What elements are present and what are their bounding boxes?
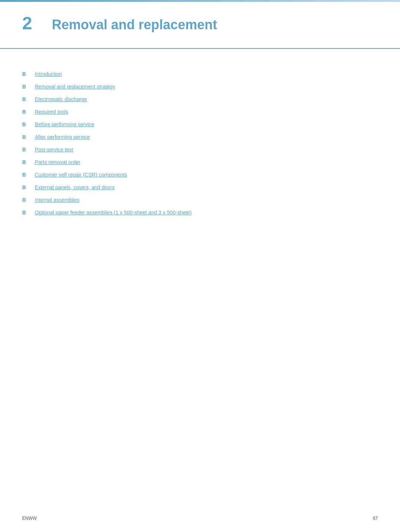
toc-bullet-2: B: [22, 84, 29, 90]
toc-link-external-panels[interactable]: External panels, covers, and doors: [35, 184, 115, 190]
toc-bullet-4: B: [22, 109, 29, 115]
chapter-title: Removal and replacement: [52, 17, 217, 33]
toc-link-optional-paper-feeder[interactable]: Optional paper feeder assemblies (1 x 50…: [35, 210, 191, 215]
list-item: B Customer self repair (CSR) components: [22, 172, 378, 178]
page-container: 2 Removal and replacement B Introduction…: [0, 0, 400, 532]
list-item: B Post-service test: [22, 147, 378, 153]
toc-list: B Introduction B Removal and replacement…: [22, 71, 378, 215]
footer-page-number: 67: [373, 516, 378, 521]
list-item: B Removal and replacement strategy: [22, 84, 378, 90]
list-item: B Internal assemblies: [22, 197, 378, 203]
toc-bullet-11: B: [22, 197, 29, 203]
toc-bullet-12: B: [22, 210, 29, 215]
toc-bullet-10: B: [22, 184, 29, 190]
toc-link-required-tools[interactable]: Required tools: [35, 109, 68, 115]
toc-link-internal-assemblies[interactable]: Internal assemblies: [35, 197, 80, 203]
toc-link-after-service[interactable]: After performing service: [35, 134, 90, 140]
toc-link-parts-removal[interactable]: Parts removal order: [35, 159, 80, 165]
footer: ENWW 67: [22, 516, 378, 521]
chapter-header: 2 Removal and replacement: [22, 13, 378, 33]
toc-bullet-3: B: [22, 96, 29, 102]
list-item: B After performing service: [22, 134, 378, 140]
toc-link-post-service-test[interactable]: Post-service test: [35, 147, 73, 153]
toc-bullet-6: B: [22, 134, 29, 140]
list-item: B Electrostatic discharge: [22, 96, 378, 102]
footer-left-label: ENWW: [22, 516, 37, 521]
list-item: B Introduction: [22, 71, 378, 77]
list-item: B External panels, covers, and doors: [22, 184, 378, 190]
toc-link-removal-strategy[interactable]: Removal and replacement strategy: [35, 84, 115, 90]
toc-bullet-8: B: [22, 159, 29, 165]
list-item: B Before performing service: [22, 121, 378, 127]
toc-link-csr-components[interactable]: Customer self repair (CSR) components: [35, 172, 127, 178]
list-item: B Parts removal order: [22, 159, 378, 165]
toc-bullet-1: B: [22, 71, 29, 77]
list-item: B Required tools: [22, 109, 378, 115]
toc-bullet-9: B: [22, 172, 29, 178]
toc-link-before-service[interactable]: Before performing service: [35, 121, 94, 127]
chapter-number: 2: [22, 13, 44, 33]
header-section: 2 Removal and replacement: [0, 2, 400, 49]
list-item: B Optional paper feeder assemblies (1 x …: [22, 210, 378, 215]
content-section: B Introduction B Removal and replacement…: [0, 49, 400, 244]
toc-bullet-5: B: [22, 121, 29, 127]
toc-bullet-7: B: [22, 147, 29, 153]
toc-link-introduction[interactable]: Introduction: [35, 71, 62, 77]
toc-link-electrostatic[interactable]: Electrostatic discharge: [35, 96, 87, 102]
